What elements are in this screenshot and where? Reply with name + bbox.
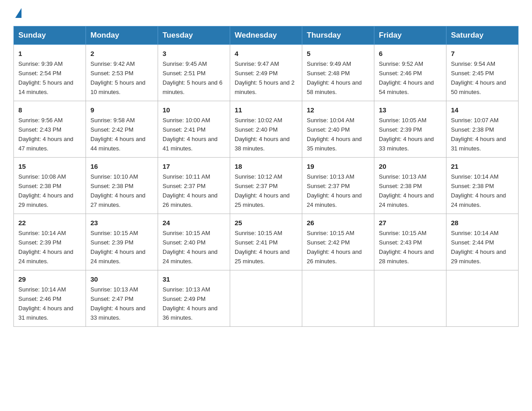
weekday-header-wednesday: Wednesday	[230, 26, 302, 45]
day-info: Sunrise: 10:04 AMSunset: 2:40 PMDaylight…	[307, 117, 362, 152]
calendar-cell: 27 Sunrise: 10:15 AMSunset: 2:43 PMDayli…	[374, 214, 446, 270]
day-number: 21	[451, 161, 514, 171]
weekday-header-friday: Friday	[374, 26, 446, 45]
calendar-cell: 2 Sunrise: 9:42 AMSunset: 2:53 PMDayligh…	[86, 45, 158, 101]
day-number: 13	[379, 105, 442, 115]
day-info: Sunrise: 9:56 AMSunset: 2:43 PMDaylight:…	[18, 117, 73, 152]
calendar-cell: 26 Sunrise: 10:15 AMSunset: 2:42 PMDayli…	[302, 214, 374, 270]
weekday-header-tuesday: Tuesday	[158, 26, 230, 45]
day-info: Sunrise: 10:14 AMSunset: 2:44 PMDaylight…	[451, 230, 506, 265]
weekday-header-monday: Monday	[86, 26, 158, 45]
calendar-cell: 1 Sunrise: 9:39 AMSunset: 2:54 PMDayligh…	[14, 45, 86, 101]
calendar-cell	[302, 270, 374, 326]
day-info: Sunrise: 10:13 AMSunset: 2:37 PMDaylight…	[307, 173, 362, 208]
calendar-cell: 11 Sunrise: 10:02 AMSunset: 2:40 PMDayli…	[230, 101, 302, 157]
day-info: Sunrise: 9:58 AMSunset: 2:42 PMDaylight:…	[90, 117, 146, 152]
day-number: 9	[90, 105, 153, 115]
day-number: 18	[235, 161, 297, 171]
day-info: Sunrise: 10:00 AMSunset: 2:41 PMDaylight…	[163, 117, 218, 152]
calendar-cell: 21 Sunrise: 10:14 AMSunset: 2:38 PMDayli…	[446, 157, 519, 214]
calendar-cell: 7 Sunrise: 9:54 AMSunset: 2:45 PMDayligh…	[446, 45, 519, 101]
day-info: Sunrise: 10:14 AMSunset: 2:38 PMDaylight…	[451, 173, 506, 208]
logo-triangle-icon	[15, 8, 21, 18]
day-info: Sunrise: 10:13 AMSunset: 2:47 PMDaylight…	[90, 286, 146, 321]
day-number: 11	[235, 105, 297, 115]
day-info: Sunrise: 10:15 AMSunset: 2:42 PMDaylight…	[307, 230, 362, 265]
page-header	[13, 9, 519, 18]
calendar-table: SundayMondayTuesdayWednesdayThursdayFrid…	[13, 26, 519, 327]
day-info: Sunrise: 9:39 AMSunset: 2:54 PMDaylight:…	[18, 60, 73, 95]
day-number: 3	[163, 48, 225, 59]
calendar-cell: 5 Sunrise: 9:49 AMSunset: 2:48 PMDayligh…	[302, 45, 374, 101]
calendar-cell: 23 Sunrise: 10:15 AMSunset: 2:39 PMDayli…	[86, 214, 158, 270]
calendar-cell: 6 Sunrise: 9:52 AMSunset: 2:46 PMDayligh…	[374, 45, 446, 101]
day-number: 28	[451, 218, 514, 228]
weekday-header-sunday: Sunday	[14, 26, 86, 45]
day-info: Sunrise: 10:10 AMSunset: 2:38 PMDaylight…	[90, 173, 146, 208]
day-number: 7	[451, 48, 514, 59]
day-info: Sunrise: 10:12 AMSunset: 2:37 PMDaylight…	[235, 173, 290, 208]
day-number: 29	[18, 274, 81, 284]
calendar-cell: 24 Sunrise: 10:15 AMSunset: 2:40 PMDayli…	[158, 214, 230, 270]
day-info: Sunrise: 10:08 AMSunset: 2:38 PMDaylight…	[18, 173, 73, 208]
calendar-cell: 29 Sunrise: 10:14 AMSunset: 2:46 PMDayli…	[14, 270, 86, 326]
calendar-cell: 4 Sunrise: 9:47 AMSunset: 2:49 PMDayligh…	[230, 45, 302, 101]
calendar-cell: 19 Sunrise: 10:13 AMSunset: 2:37 PMDayli…	[302, 157, 374, 214]
weekday-header-thursday: Thursday	[302, 26, 374, 45]
day-info: Sunrise: 9:45 AMSunset: 2:51 PMDaylight:…	[163, 60, 223, 95]
day-number: 1	[18, 48, 81, 59]
day-number: 17	[163, 161, 225, 171]
weekday-header-saturday: Saturday	[446, 26, 519, 45]
calendar-cell: 25 Sunrise: 10:15 AMSunset: 2:41 PMDayli…	[230, 214, 302, 270]
calendar-cell: 9 Sunrise: 9:58 AMSunset: 2:42 PMDayligh…	[86, 101, 158, 157]
day-number: 10	[163, 105, 225, 115]
calendar-cell	[230, 270, 302, 326]
calendar-cell: 3 Sunrise: 9:45 AMSunset: 2:51 PMDayligh…	[158, 45, 230, 101]
day-info: Sunrise: 10:11 AMSunset: 2:37 PMDaylight…	[163, 173, 218, 208]
day-info: Sunrise: 9:52 AMSunset: 2:46 PMDaylight:…	[379, 60, 434, 95]
logo	[13, 9, 21, 18]
day-number: 6	[379, 48, 442, 59]
day-number: 4	[235, 48, 297, 59]
day-number: 20	[379, 161, 442, 171]
calendar-cell: 12 Sunrise: 10:04 AMSunset: 2:40 PMDayli…	[302, 101, 374, 157]
day-info: Sunrise: 9:54 AMSunset: 2:45 PMDaylight:…	[451, 60, 506, 95]
day-number: 24	[163, 218, 225, 228]
day-info: Sunrise: 10:15 AMSunset: 2:40 PMDaylight…	[163, 230, 218, 265]
day-info: Sunrise: 10:14 AMSunset: 2:39 PMDaylight…	[18, 230, 73, 265]
day-info: Sunrise: 10:02 AMSunset: 2:40 PMDaylight…	[235, 117, 290, 152]
day-info: Sunrise: 10:15 AMSunset: 2:39 PMDaylight…	[90, 230, 146, 265]
calendar-cell: 10 Sunrise: 10:00 AMSunset: 2:41 PMDayli…	[158, 101, 230, 157]
day-number: 22	[18, 218, 81, 228]
day-number: 2	[90, 48, 153, 59]
week-row-4: 22 Sunrise: 10:14 AMSunset: 2:39 PMDayli…	[14, 214, 519, 270]
day-info: Sunrise: 10:05 AMSunset: 2:39 PMDaylight…	[379, 117, 434, 152]
day-number: 5	[307, 48, 369, 59]
calendar-cell: 13 Sunrise: 10:05 AMSunset: 2:39 PMDayli…	[374, 101, 446, 157]
calendar-cell: 15 Sunrise: 10:08 AMSunset: 2:38 PMDayli…	[14, 157, 86, 214]
day-info: Sunrise: 10:15 AMSunset: 2:43 PMDaylight…	[379, 230, 434, 265]
calendar-cell: 28 Sunrise: 10:14 AMSunset: 2:44 PMDayli…	[446, 214, 519, 270]
day-info: Sunrise: 10:13 AMSunset: 2:38 PMDaylight…	[379, 173, 434, 208]
week-row-5: 29 Sunrise: 10:14 AMSunset: 2:46 PMDayli…	[14, 270, 519, 326]
calendar-cell: 22 Sunrise: 10:14 AMSunset: 2:39 PMDayli…	[14, 214, 86, 270]
calendar-cell: 8 Sunrise: 9:56 AMSunset: 2:43 PMDayligh…	[14, 101, 86, 157]
weekday-header-row: SundayMondayTuesdayWednesdayThursdayFrid…	[14, 26, 519, 45]
day-number: 23	[90, 218, 153, 228]
day-info: Sunrise: 10:07 AMSunset: 2:38 PMDaylight…	[451, 117, 506, 152]
day-number: 16	[90, 161, 153, 171]
week-row-3: 15 Sunrise: 10:08 AMSunset: 2:38 PMDayli…	[14, 157, 519, 214]
day-number: 8	[18, 105, 81, 115]
day-info: Sunrise: 10:14 AMSunset: 2:46 PMDaylight…	[18, 286, 73, 321]
calendar-cell	[446, 270, 519, 326]
calendar-cell: 31 Sunrise: 10:13 AMSunset: 2:49 PMDayli…	[158, 270, 230, 326]
day-info: Sunrise: 10:15 AMSunset: 2:41 PMDaylight…	[235, 230, 290, 265]
day-number: 31	[163, 274, 225, 284]
week-row-2: 8 Sunrise: 9:56 AMSunset: 2:43 PMDayligh…	[14, 101, 519, 157]
calendar-cell: 20 Sunrise: 10:13 AMSunset: 2:38 PMDayli…	[374, 157, 446, 214]
day-info: Sunrise: 9:49 AMSunset: 2:48 PMDaylight:…	[307, 60, 362, 95]
calendar-cell: 30 Sunrise: 10:13 AMSunset: 2:47 PMDayli…	[86, 270, 158, 326]
calendar-cell: 14 Sunrise: 10:07 AMSunset: 2:38 PMDayli…	[446, 101, 519, 157]
day-number: 15	[18, 161, 81, 171]
calendar-cell: 18 Sunrise: 10:12 AMSunset: 2:37 PMDayli…	[230, 157, 302, 214]
